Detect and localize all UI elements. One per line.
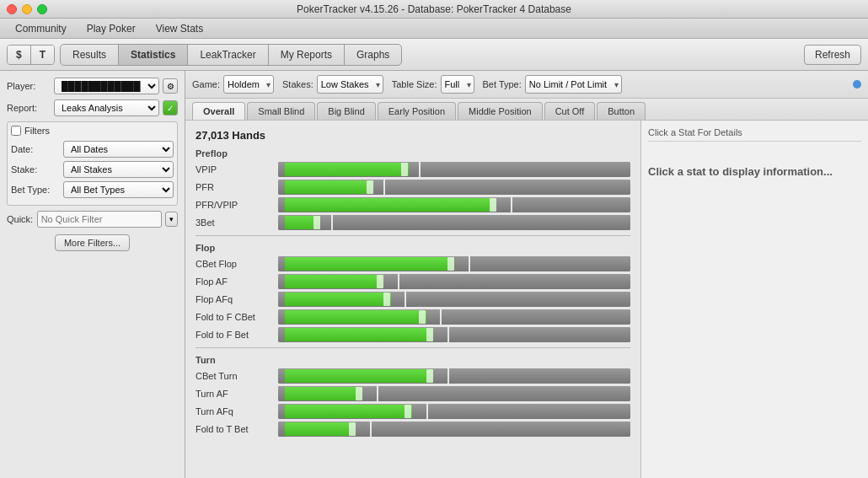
quick-filter-row: Quick: ▾ — [7, 211, 178, 228]
stat-row-fold-f-bet[interactable]: Fold to F Bet — [196, 327, 630, 342]
tab-my-reports[interactable]: My Reports — [269, 45, 345, 65]
main-layout: Player: ████████████ ⚙ Report: Leaks Ana… — [0, 71, 868, 478]
stat-row-flop-afq[interactable]: Flop AFq — [196, 292, 630, 307]
stat-row-3bet[interactable]: 3Bet — [196, 215, 630, 230]
close-button[interactable] — [7, 4, 17, 14]
window-title: PokerTracker v4.15.26 - Database: PokerT… — [297, 3, 571, 15]
blue-indicator — [853, 80, 861, 89]
table-size-select[interactable]: Full — [441, 75, 474, 94]
stat-row-pfr[interactable]: PFR — [196, 180, 630, 195]
menu-bar: Community Play Poker View Stats — [0, 19, 868, 39]
pos-tab-middle-position[interactable]: Middle Position — [458, 102, 543, 120]
tab-statistics[interactable]: Statistics — [119, 45, 188, 65]
game-label: Game: — [192, 79, 220, 89]
menu-community[interactable]: Community — [7, 21, 75, 36]
stat-bar-pfr-vpip[interactable] — [278, 197, 630, 212]
player-icon-btn[interactable]: ⚙ — [163, 78, 178, 94]
date-select[interactable]: All Dates — [63, 141, 174, 158]
tab-results[interactable]: Results — [61, 45, 119, 65]
filter-bar: Game: Holdem Stakes: Low Stakes Table Si… — [185, 71, 868, 99]
stat-row-turn-af[interactable]: Turn AF — [196, 386, 630, 401]
pos-tab-button[interactable]: Button — [597, 102, 646, 120]
title-bar: PokerTracker v4.15.26 - Database: PokerT… — [0, 0, 868, 19]
stat-row-vpip[interactable]: VPIP — [196, 162, 630, 177]
stat-name-pfr-vpip: PFR/VPIP — [196, 200, 271, 210]
bet-type-bar-select[interactable]: No Limit / Pot Limit — [525, 75, 622, 94]
filters-label: Filters — [24, 126, 50, 136]
hands-count: 27,013 Hands — [196, 129, 630, 142]
pos-tab-small-blind[interactable]: Small Blind — [247, 102, 315, 120]
bet-type-bar-label: Bet Type: — [483, 79, 522, 89]
tournament-btn[interactable]: T — [31, 46, 54, 64]
report-select[interactable]: Leaks Analysis — [54, 99, 159, 116]
menu-view-stats[interactable]: View Stats — [147, 21, 212, 36]
stat-row-cbet-turn[interactable]: CBet Turn — [196, 368, 630, 384]
menu-play-poker[interactable]: Play Poker — [78, 21, 144, 36]
report-label: Report: — [7, 103, 51, 113]
pos-tab-early-position[interactable]: Early Position — [378, 102, 456, 120]
stake-select[interactable]: All Stakes — [63, 161, 174, 178]
stat-row-pfr-vpip[interactable]: PFR/VPIP — [196, 197, 630, 212]
stat-bar-turn-af[interactable] — [278, 386, 630, 401]
table-size-filter-group: Table Size: Full — [392, 75, 474, 94]
stat-bar-flop-af[interactable] — [278, 274, 630, 289]
pos-tab-cut-off[interactable]: Cut Off — [544, 102, 596, 120]
date-filter-row: Date: All Dates — [11, 141, 174, 158]
stat-row-fold-t-bet[interactable]: Fold to T Bet — [196, 422, 630, 437]
stat-bar-fold-t-bet[interactable] — [278, 422, 630, 437]
game-filter-group: Game: Holdem — [192, 75, 274, 94]
tab-leaktracker[interactable]: LeakTracker — [188, 45, 268, 65]
more-filters-button[interactable]: More Filters... — [55, 234, 130, 251]
stat-row-flop-af[interactable]: Flop AF — [196, 274, 630, 289]
stat-bar-vpip[interactable] — [278, 162, 630, 177]
table-size-label: Table Size: — [392, 79, 437, 89]
tab-graphs[interactable]: Graphs — [345, 45, 401, 65]
player-label: Player: — [7, 81, 51, 91]
refresh-button[interactable]: Refresh — [804, 45, 861, 65]
filters-checkbox[interactable] — [11, 126, 21, 136]
stakes-filter-group: Stakes: Low Stakes — [282, 75, 383, 94]
quick-filter-dropdown[interactable]: ▾ — [165, 212, 178, 227]
stat-name-flop-afq: Flop AFq — [196, 294, 271, 304]
stat-bar-cbet-turn[interactable] — [278, 368, 630, 384]
maximize-button[interactable] — [37, 4, 47, 14]
stakes-select-wrapper: Low Stakes — [317, 75, 383, 94]
pos-tab-overall[interactable]: Overall — [192, 102, 245, 120]
currency-btn[interactable]: $ — [8, 46, 31, 64]
section-preflop: Preflop — [196, 148, 630, 158]
stat-row-fold-f-cbet[interactable]: Fold to F CBet — [196, 309, 630, 325]
stat-name-turn-afq: Turn AFq — [196, 406, 271, 416]
stat-name-turn-af: Turn AF — [196, 389, 271, 399]
filters-section: Filters Date: All Dates Stake: All Stake… — [7, 121, 178, 206]
stakes-label: Stakes: — [282, 79, 313, 89]
stat-row-turn-afq[interactable]: Turn AFq — [196, 404, 630, 419]
stat-bar-3bet[interactable] — [278, 215, 630, 230]
stat-bar-turn-afq[interactable] — [278, 404, 630, 419]
stat-bar-fold-f-bet[interactable] — [278, 327, 630, 342]
quick-filter-input[interactable] — [37, 211, 162, 228]
filters-header: Filters — [11, 126, 174, 136]
minimize-button[interactable] — [22, 4, 32, 14]
stat-bar-flop-afq[interactable] — [278, 292, 630, 307]
report-icon-btn[interactable]: ✓ — [163, 100, 178, 115]
section-turn: Turn — [196, 355, 630, 365]
position-tabs: Overall Small Blind Big Blind Early Posi… — [185, 99, 868, 121]
stats-right-panel: Click a Stat For Details Click a stat to… — [640, 121, 868, 478]
stat-bar-pfr[interactable] — [278, 180, 630, 195]
bet-type-select[interactable]: All Bet Types — [63, 181, 174, 198]
game-select-wrapper: Holdem — [223, 75, 274, 94]
stat-row-cbet-flop[interactable]: CBet Flop — [196, 256, 630, 271]
pos-tab-big-blind[interactable]: Big Blind — [317, 102, 375, 120]
stat-bar-cbet-flop[interactable] — [278, 256, 630, 271]
stakes-select[interactable]: Low Stakes — [317, 75, 383, 94]
stake-label: Stake: — [11, 164, 60, 175]
stat-name-fold-t-bet: Fold to T Bet — [196, 424, 271, 434]
bet-type-label: Bet Type: — [11, 185, 60, 195]
date-label: Date: — [11, 144, 60, 154]
player-select[interactable]: ████████████ — [54, 78, 159, 94]
game-select[interactable]: Holdem — [223, 75, 274, 94]
stat-name-flop-af: Flop AF — [196, 277, 271, 287]
currency-toggle: $ T — [7, 45, 55, 65]
stat-bar-fold-f-cbet[interactable] — [278, 309, 630, 325]
stat-name-3bet: 3Bet — [196, 218, 271, 228]
